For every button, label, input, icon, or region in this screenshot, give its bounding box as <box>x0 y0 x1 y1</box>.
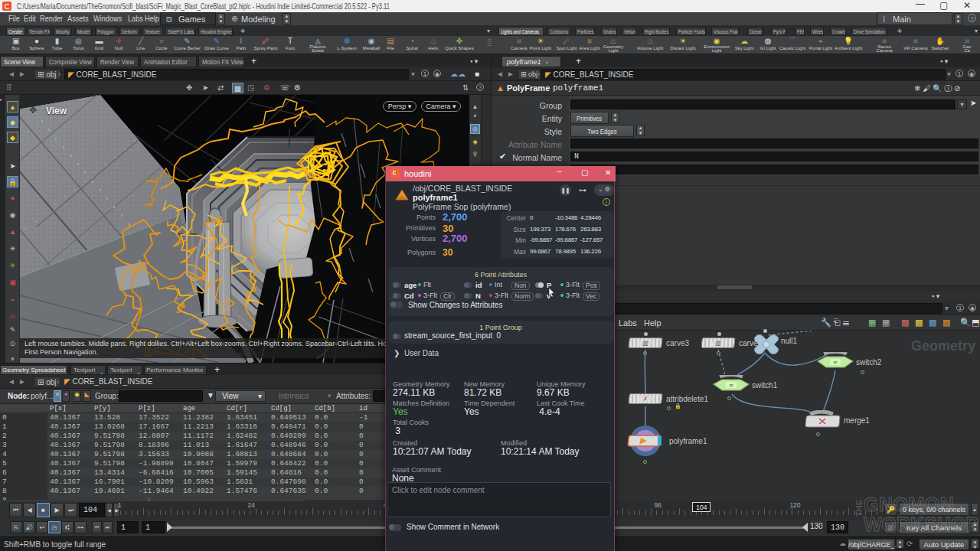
svg-text:≋: ≋ <box>833 360 838 365</box>
svg-text:≋: ≋ <box>729 383 733 388</box>
